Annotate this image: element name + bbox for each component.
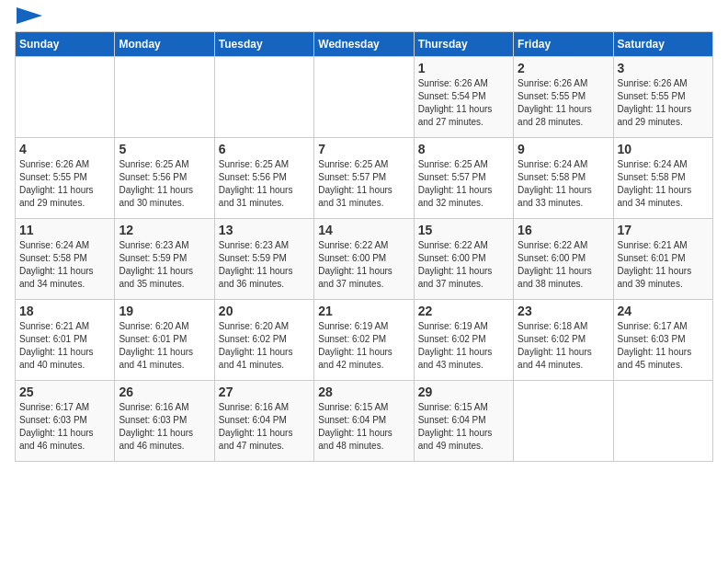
calendar-cell: 4Sunrise: 6:26 AM Sunset: 5:55 PM Daylig… <box>16 138 115 219</box>
calendar-cell <box>613 381 712 462</box>
day-info: Sunrise: 6:21 AM Sunset: 6:01 PM Dayligh… <box>19 320 110 372</box>
calendar-cell: 7Sunrise: 6:25 AM Sunset: 5:57 PM Daylig… <box>314 138 414 219</box>
day-info: Sunrise: 6:24 AM Sunset: 5:58 PM Dayligh… <box>518 158 609 210</box>
logo-flag-icon <box>17 7 42 24</box>
day-number: 5 <box>119 142 210 156</box>
calendar-cell <box>314 57 414 138</box>
day-number: 10 <box>618 142 709 156</box>
day-number: 12 <box>119 223 210 237</box>
weekday-wednesday: Wednesday <box>314 32 414 57</box>
calendar-cell: 23Sunrise: 6:18 AM Sunset: 6:02 PM Dayli… <box>514 300 613 381</box>
day-number: 8 <box>418 142 509 156</box>
day-number: 20 <box>219 304 310 318</box>
day-number: 14 <box>318 223 409 237</box>
day-info: Sunrise: 6:25 AM Sunset: 5:57 PM Dayligh… <box>318 158 409 210</box>
day-number: 22 <box>418 304 509 318</box>
day-number: 1 <box>418 61 509 75</box>
day-info: Sunrise: 6:23 AM Sunset: 5:59 PM Dayligh… <box>219 239 310 291</box>
day-number: 28 <box>318 385 409 399</box>
calendar-cell: 20Sunrise: 6:20 AM Sunset: 6:02 PM Dayli… <box>214 300 313 381</box>
page-header <box>15 15 713 24</box>
svg-marker-0 <box>17 7 42 24</box>
day-number: 18 <box>19 304 110 318</box>
calendar-cell: 15Sunrise: 6:22 AM Sunset: 6:00 PM Dayli… <box>414 219 513 300</box>
calendar-cell: 25Sunrise: 6:17 AM Sunset: 6:03 PM Dayli… <box>16 381 115 462</box>
calendar-body: 1Sunrise: 6:26 AM Sunset: 5:54 PM Daylig… <box>16 57 713 462</box>
week-row-3: 18Sunrise: 6:21 AM Sunset: 6:01 PM Dayli… <box>16 300 713 381</box>
day-number: 29 <box>418 385 509 399</box>
logo <box>15 15 42 24</box>
day-number: 16 <box>518 223 609 237</box>
calendar-cell: 10Sunrise: 6:24 AM Sunset: 5:58 PM Dayli… <box>613 138 712 219</box>
day-info: Sunrise: 6:22 AM Sunset: 6:00 PM Dayligh… <box>318 239 409 291</box>
calendar-cell: 6Sunrise: 6:25 AM Sunset: 5:56 PM Daylig… <box>214 138 313 219</box>
day-info: Sunrise: 6:18 AM Sunset: 6:02 PM Dayligh… <box>518 320 609 372</box>
day-info: Sunrise: 6:25 AM Sunset: 5:56 PM Dayligh… <box>119 158 210 210</box>
day-info: Sunrise: 6:20 AM Sunset: 6:01 PM Dayligh… <box>119 320 210 372</box>
day-number: 13 <box>219 223 310 237</box>
day-info: Sunrise: 6:19 AM Sunset: 6:02 PM Dayligh… <box>318 320 409 372</box>
calendar-cell <box>214 57 313 138</box>
day-info: Sunrise: 6:16 AM Sunset: 6:04 PM Dayligh… <box>219 401 310 453</box>
day-info: Sunrise: 6:19 AM Sunset: 6:02 PM Dayligh… <box>418 320 509 372</box>
day-number: 25 <box>19 385 110 399</box>
week-row-4: 25Sunrise: 6:17 AM Sunset: 6:03 PM Dayli… <box>16 381 713 462</box>
day-info: Sunrise: 6:16 AM Sunset: 6:03 PM Dayligh… <box>119 401 210 453</box>
calendar-cell: 27Sunrise: 6:16 AM Sunset: 6:04 PM Dayli… <box>214 381 313 462</box>
day-number: 21 <box>318 304 409 318</box>
calendar-cell: 11Sunrise: 6:24 AM Sunset: 5:58 PM Dayli… <box>16 219 115 300</box>
week-row-2: 11Sunrise: 6:24 AM Sunset: 5:58 PM Dayli… <box>16 219 713 300</box>
day-info: Sunrise: 6:21 AM Sunset: 6:01 PM Dayligh… <box>618 239 709 291</box>
weekday-friday: Friday <box>514 32 613 57</box>
day-info: Sunrise: 6:26 AM Sunset: 5:55 PM Dayligh… <box>19 158 110 210</box>
day-info: Sunrise: 6:17 AM Sunset: 6:03 PM Dayligh… <box>618 320 709 372</box>
calendar-table: SundayMondayTuesdayWednesdayThursdayFrid… <box>15 31 713 462</box>
day-number: 27 <box>219 385 310 399</box>
calendar-cell <box>16 57 115 138</box>
calendar-cell: 28Sunrise: 6:15 AM Sunset: 6:04 PM Dayli… <box>314 381 414 462</box>
day-number: 7 <box>318 142 409 156</box>
day-info: Sunrise: 6:23 AM Sunset: 5:59 PM Dayligh… <box>119 239 210 291</box>
week-row-0: 1Sunrise: 6:26 AM Sunset: 5:54 PM Daylig… <box>16 57 713 138</box>
calendar-cell: 9Sunrise: 6:24 AM Sunset: 5:58 PM Daylig… <box>514 138 613 219</box>
calendar-cell: 1Sunrise: 6:26 AM Sunset: 5:54 PM Daylig… <box>414 57 513 138</box>
day-info: Sunrise: 6:25 AM Sunset: 5:56 PM Dayligh… <box>219 158 310 210</box>
day-number: 11 <box>19 223 110 237</box>
day-info: Sunrise: 6:24 AM Sunset: 5:58 PM Dayligh… <box>618 158 709 210</box>
day-info: Sunrise: 6:22 AM Sunset: 6:00 PM Dayligh… <box>518 239 609 291</box>
calendar-cell: 13Sunrise: 6:23 AM Sunset: 5:59 PM Dayli… <box>214 219 313 300</box>
weekday-monday: Monday <box>115 32 214 57</box>
calendar-cell: 29Sunrise: 6:15 AM Sunset: 6:04 PM Dayli… <box>414 381 513 462</box>
day-info: Sunrise: 6:17 AM Sunset: 6:03 PM Dayligh… <box>19 401 110 453</box>
calendar-cell <box>514 381 613 462</box>
day-number: 24 <box>618 304 709 318</box>
calendar-cell: 12Sunrise: 6:23 AM Sunset: 5:59 PM Dayli… <box>115 219 214 300</box>
week-row-1: 4Sunrise: 6:26 AM Sunset: 5:55 PM Daylig… <box>16 138 713 219</box>
day-number: 19 <box>119 304 210 318</box>
day-info: Sunrise: 6:20 AM Sunset: 6:02 PM Dayligh… <box>219 320 310 372</box>
calendar-cell: 22Sunrise: 6:19 AM Sunset: 6:02 PM Dayli… <box>414 300 513 381</box>
weekday-sunday: Sunday <box>16 32 115 57</box>
day-number: 26 <box>119 385 210 399</box>
calendar-cell: 18Sunrise: 6:21 AM Sunset: 6:01 PM Dayli… <box>16 300 115 381</box>
calendar-cell: 26Sunrise: 6:16 AM Sunset: 6:03 PM Dayli… <box>115 381 214 462</box>
weekday-row: SundayMondayTuesdayWednesdayThursdayFrid… <box>16 32 713 57</box>
calendar-cell: 14Sunrise: 6:22 AM Sunset: 6:00 PM Dayli… <box>314 219 414 300</box>
day-number: 9 <box>518 142 609 156</box>
calendar-cell: 16Sunrise: 6:22 AM Sunset: 6:00 PM Dayli… <box>514 219 613 300</box>
day-info: Sunrise: 6:22 AM Sunset: 6:00 PM Dayligh… <box>418 239 509 291</box>
calendar-cell: 3Sunrise: 6:26 AM Sunset: 5:55 PM Daylig… <box>613 57 712 138</box>
day-info: Sunrise: 6:15 AM Sunset: 6:04 PM Dayligh… <box>318 401 409 453</box>
day-info: Sunrise: 6:26 AM Sunset: 5:55 PM Dayligh… <box>618 77 709 129</box>
day-info: Sunrise: 6:25 AM Sunset: 5:57 PM Dayligh… <box>418 158 509 210</box>
calendar-cell: 21Sunrise: 6:19 AM Sunset: 6:02 PM Dayli… <box>314 300 414 381</box>
day-number: 23 <box>518 304 609 318</box>
calendar-header: SundayMondayTuesdayWednesdayThursdayFrid… <box>16 32 713 57</box>
calendar-cell: 24Sunrise: 6:17 AM Sunset: 6:03 PM Dayli… <box>613 300 712 381</box>
day-info: Sunrise: 6:26 AM Sunset: 5:54 PM Dayligh… <box>418 77 509 129</box>
calendar-cell: 19Sunrise: 6:20 AM Sunset: 6:01 PM Dayli… <box>115 300 214 381</box>
calendar-cell <box>115 57 214 138</box>
calendar-cell: 2Sunrise: 6:26 AM Sunset: 5:55 PM Daylig… <box>514 57 613 138</box>
day-number: 2 <box>518 61 609 75</box>
weekday-thursday: Thursday <box>414 32 513 57</box>
